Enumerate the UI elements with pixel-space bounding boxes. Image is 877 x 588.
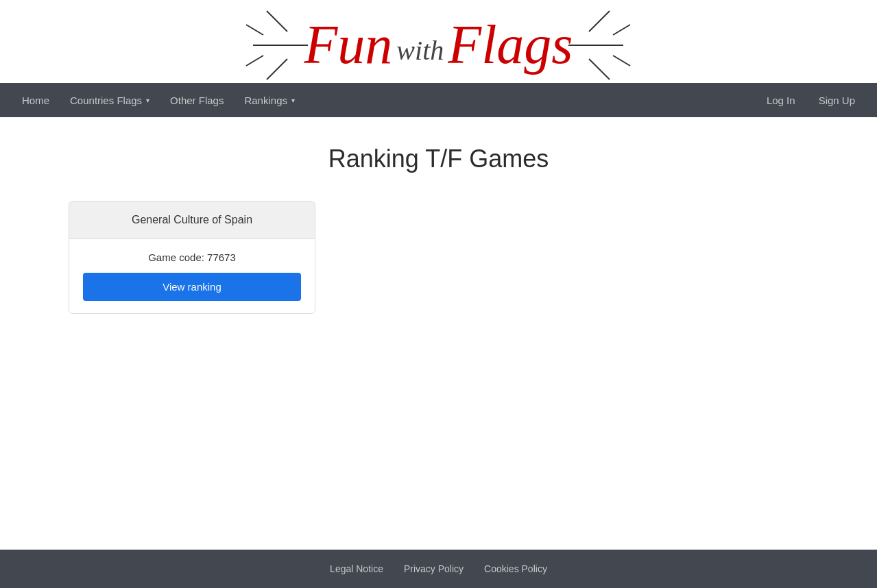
logo-fun: Fun bbox=[304, 14, 392, 76]
logo-text: Fun with Flags bbox=[304, 14, 573, 76]
card-header: General Culture of Spain bbox=[69, 201, 315, 239]
svg-line-7 bbox=[589, 59, 610, 79]
svg-line-2 bbox=[267, 59, 287, 79]
svg-line-6 bbox=[589, 11, 610, 32]
logo-flags: Flags bbox=[448, 14, 573, 76]
svg-line-3 bbox=[246, 25, 263, 35]
nav-home[interactable]: Home bbox=[14, 85, 58, 116]
page-title: Ranking T/F Games bbox=[14, 145, 863, 173]
svg-line-4 bbox=[246, 56, 263, 66]
countries-flags-caret: ▾ bbox=[146, 97, 149, 104]
navbar-right: Log In Sign Up bbox=[758, 85, 863, 116]
card-body: Game code: 77673 View ranking bbox=[69, 239, 315, 313]
svg-line-8 bbox=[613, 25, 630, 35]
logo-with: with bbox=[396, 34, 444, 66]
footer-privacy[interactable]: Privacy Policy bbox=[404, 563, 464, 574]
logo-area: Fun with Flags bbox=[0, 0, 877, 83]
game-code: Game code: 77673 bbox=[83, 252, 301, 263]
nav-other-flags[interactable]: Other Flags bbox=[162, 85, 232, 116]
game-card: General Culture of Spain Game code: 7767… bbox=[69, 201, 315, 314]
footer: Legal Notice Privacy Policy Cookies Poli… bbox=[0, 550, 877, 588]
nav-countries-flags[interactable]: Countries Flags ▾ bbox=[62, 85, 158, 116]
game-name: General Culture of Spain bbox=[132, 214, 252, 225]
footer-cookies[interactable]: Cookies Policy bbox=[484, 563, 547, 574]
footer-legal[interactable]: Legal Notice bbox=[330, 563, 383, 574]
nav-signup[interactable]: Sign Up bbox=[810, 85, 863, 116]
main-content: Ranking T/F Games General Culture of Spa… bbox=[0, 117, 877, 550]
logo-container: Fun with Flags bbox=[304, 14, 573, 76]
view-ranking-button[interactable]: View ranking bbox=[83, 273, 301, 301]
nav-login[interactable]: Log In bbox=[758, 85, 804, 116]
svg-line-9 bbox=[613, 56, 630, 66]
svg-line-1 bbox=[267, 11, 287, 32]
